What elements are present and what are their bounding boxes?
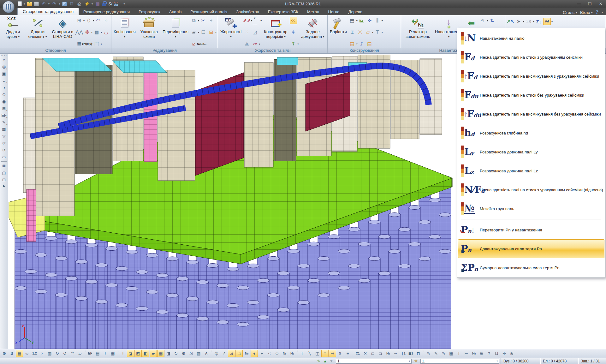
node-link-dropdown[interactable]: ▾ (259, 43, 260, 45)
rod-joint-icon[interactable]: ⚬— (252, 17, 260, 24)
anchor-t-icon[interactable]: Ŧ (321, 350, 329, 357)
undo-dropdown[interactable]: ▾ (48, 3, 50, 5)
chart-3d-icon[interactable]: ▥ (95, 1, 100, 7)
node-cross-icon[interactable]: + (258, 350, 265, 357)
lock-icon[interactable] (102, 3, 106, 6)
rotate-copy-icon[interactable]: ⧉ (190, 17, 198, 24)
pencil-no-icon[interactable]: № (470, 350, 478, 357)
box-q-icon[interactable]: ? (485, 350, 493, 357)
tab-4[interactable]: Аналіз (165, 8, 186, 15)
lines-no2-icon[interactable]: ≋ (508, 350, 515, 357)
clamp-arrow-icon[interactable]: ⊢ (463, 350, 470, 357)
menu-item-5[interactable]: ↑FduНесна здатність палі на висмикування… (458, 104, 604, 123)
close-button[interactable]: ✕ (595, 0, 606, 8)
springs-icon[interactable]: ⁙ (243, 28, 251, 36)
add-node-button[interactable]: X,Y,Z Додати вузол ▾ (1, 16, 25, 48)
dome-surface-icon[interactable]: ◠ (94, 17, 102, 24)
cylinder-dropdown[interactable]: ▾ (93, 19, 94, 22)
tab-5[interactable]: Розширений аналіз (186, 8, 232, 15)
no-dots-icon[interactable]: № (281, 350, 288, 357)
no-dots2-icon[interactable]: № (288, 350, 296, 357)
brick-dropdown[interactable]: ▾ (356, 43, 358, 45)
select-zoom-icon[interactable]: ⌖ (207, 17, 215, 24)
sum-down-icon[interactable]: Σ↓ (535, 18, 543, 25)
c1-icon[interactable]: C1 (354, 350, 361, 357)
menu-item-12[interactable]: PnДовантажувальна сила тертя Pn (458, 239, 604, 258)
truss-icon[interactable]: ⋀⋀ (75, 28, 83, 36)
frame-x-pink-icon[interactable]: ⊠ (1, 163, 8, 169)
rotate-green-icon[interactable]: ↻ (172, 350, 180, 357)
cursor-t-icon[interactable]: ⊤ (299, 350, 306, 357)
chart-green-icon[interactable]: 📊︎ (358, 17, 365, 24)
qat-customize-icon[interactable]: ▾ (124, 3, 125, 5)
clamp-icon[interactable]: ⊤ (455, 350, 462, 357)
concrete-cube-icon[interactable]: ⬒ (348, 17, 356, 24)
gear-color-icon[interactable]: ⚙ (180, 350, 187, 357)
brick-wall-icon[interactable]: ▤ (348, 40, 356, 48)
add-element-button[interactable]: Додати елемент ▾ (25, 16, 50, 48)
redo-icon[interactable]: ↷ (51, 1, 57, 7)
prism-gray-icon[interactable]: ◫ (314, 350, 321, 357)
tbeam-icon[interactable]: ⊤ (374, 28, 381, 36)
select-ellipse-lines-icon[interactable]: ⊜ (1, 91, 8, 98)
new-document-icon[interactable] (18, 1, 22, 6)
plug-icon[interactable]: ⊣ (329, 350, 336, 357)
grid-1-icon[interactable]: ▦1 (407, 350, 414, 357)
loads-el-icon[interactable]: ⇉ (235, 350, 243, 357)
wall-load-icon[interactable]: ▤ (94, 350, 101, 357)
docs-updown-icon[interactable]: ⇅ (488, 17, 496, 24)
section-constructor-button[interactable]: Конструктор перерізів ▾ (262, 16, 289, 48)
down-arrow-icon[interactable]: ▼ (328, 359, 335, 363)
flag-x-icon[interactable]: ⚑ (1, 183, 8, 190)
undo-icon[interactable]: ↶ (41, 1, 46, 7)
toolbar-separator[interactable]: ⋮ (117, 350, 119, 357)
menu-item-6[interactable]: hdРозрахункова глибина hd (458, 123, 604, 142)
loadcase-combo-2[interactable]: 1.▾ (420, 359, 499, 364)
mesh-plate-icon[interactable]: ▦ (93, 28, 100, 36)
calculate-flash-icon[interactable]: ⚡ (84, 1, 90, 7)
tab-7[interactable]: Експертиза ЗБК (264, 8, 303, 15)
support-triangle-icon[interactable]: ⟁ (243, 40, 251, 48)
save-icon[interactable] (34, 2, 39, 6)
copy-props-dropdown[interactable]: ▾ (215, 31, 217, 34)
frame-n1-icon[interactable]: ⊏ (369, 350, 377, 357)
ruler-red-icon[interactable]: ┉ (392, 350, 399, 357)
weight-icon[interactable]: ⍾ (479, 17, 486, 24)
plate-icon[interactable]: ▰ (150, 350, 157, 357)
weight-dropdown[interactable]: ▾ (487, 19, 488, 22)
help-icon[interactable]: ? (596, 9, 598, 15)
select-frame-nodes-icon[interactable]: ▣ (1, 70, 8, 77)
table-red-icon[interactable]: ▦ (448, 350, 455, 357)
cursor-palette-icon[interactable]: ➤ (515, 18, 522, 25)
plate-orange-icon[interactable]: ▱ (364, 28, 372, 36)
tab-2[interactable]: Розширене редагування (79, 8, 134, 15)
ibeam-icon[interactable]: Ɪ (348, 28, 356, 36)
calculate-dropdown[interactable]: ▾ (92, 3, 93, 5)
toolbar-separator[interactable]: ⋮ (210, 350, 212, 357)
tab-9[interactable]: Цегла (324, 8, 344, 15)
renumber-12-icon[interactable]: ⇵ (8, 350, 15, 357)
brick-icon[interactable]: ▦ (109, 350, 116, 357)
select-stiffness-ef-icon[interactable]: EF▸ (1, 112, 8, 119)
onetwo-icon[interactable]: 1.2) (525, 18, 532, 25)
hourglass-icon[interactable]: ◇ (273, 350, 281, 357)
move-solid-dropdown[interactable]: ▾ (91, 31, 92, 34)
tab-1[interactable]: Створення та редагування (17, 8, 79, 15)
mirror-red-icon[interactable]: ⧄ (190, 40, 198, 48)
support-tri-icon[interactable]: ⊿ (228, 350, 235, 357)
settings-gear-icon[interactable]: ⚙ (1, 350, 8, 357)
plane-icon[interactable]: ▱ (76, 350, 84, 357)
cross-bars-icon[interactable]: ⫽ (358, 40, 365, 48)
tbeam-dropdown[interactable]: ▾ (382, 31, 383, 34)
node-split-icon[interactable]: < (266, 350, 273, 357)
given-reinforcement-button[interactable]: Задане армування ▾ (300, 16, 326, 48)
copy-props-icon[interactable]: ⊟ (207, 28, 215, 36)
chart-3d-icon[interactable]: ▦ (1, 126, 8, 133)
select-node-target-icon[interactable]: ◎▸ (1, 63, 8, 70)
variants-button[interactable]: Варіанти (329, 16, 348, 48)
scissors-icon[interactable]: ✂ (199, 17, 207, 24)
pencil-a-icon[interactable]: ✎ (425, 350, 432, 357)
book-icon[interactable]: ⌺ (69, 1, 74, 7)
open-icon[interactable] (27, 2, 32, 6)
dashed-mesh-icon[interactable]: ⬚ (93, 40, 100, 48)
